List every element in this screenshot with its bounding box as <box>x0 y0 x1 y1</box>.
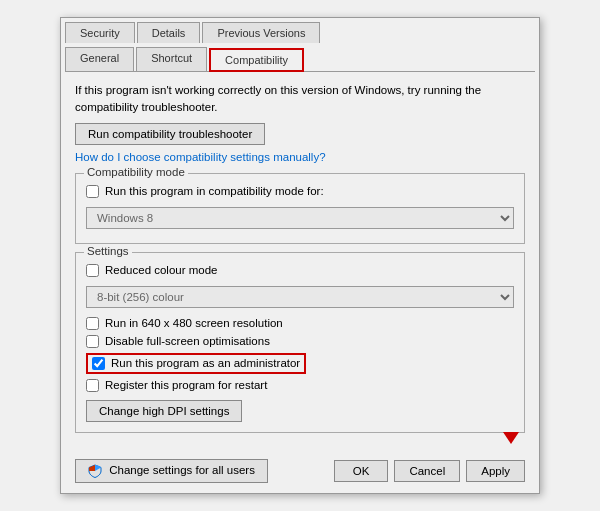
ok-button[interactable]: OK <box>334 460 389 482</box>
dialog-window: Security Details Previous Versions Gener… <box>60 17 540 493</box>
screen-resolution-checkbox[interactable] <box>86 317 99 330</box>
dpi-settings-button[interactable]: Change high DPI settings <box>86 400 242 422</box>
shield-icon <box>88 464 102 478</box>
compatibility-mode-label: Compatibility mode <box>84 166 188 178</box>
reduced-colour-checkbox[interactable] <box>86 264 99 277</box>
screen-resolution-row: Run in 640 x 480 screen resolution <box>86 317 514 330</box>
info-text: If this program isn't working correctly … <box>75 82 525 114</box>
fullscreen-opt-row: Disable full-screen optimisations <box>86 335 514 348</box>
change-settings-label: Change settings for all users <box>109 464 255 476</box>
register-restart-row: Register this program for restart <box>86 379 514 392</box>
settings-group: Settings Reduced colour mode 8-bit (256)… <box>75 252 525 433</box>
tab-previous-versions[interactable]: Previous Versions <box>202 22 320 43</box>
colour-select[interactable]: 8-bit (256) colour <box>86 286 514 308</box>
arrow-head <box>503 432 519 444</box>
admin-row: Run this program as an administrator <box>86 353 514 374</box>
tab-row-top: Security Details Previous Versions <box>65 18 535 43</box>
change-settings-button[interactable]: Change settings for all users <box>75 459 268 483</box>
register-restart-label: Register this program for restart <box>105 379 267 391</box>
settings-label: Settings <box>84 245 132 257</box>
compatibility-mode-group: Compatibility mode Run this program in c… <box>75 173 525 244</box>
admin-checkbox[interactable] <box>92 357 105 370</box>
compatibility-mode-checkbox[interactable] <box>86 185 99 198</box>
compatibility-mode-checkbox-label: Run this program in compatibility mode f… <box>105 185 324 197</box>
reduced-colour-label: Reduced colour mode <box>105 264 218 276</box>
tab-security[interactable]: Security <box>65 22 135 43</box>
main-content: If this program isn't working correctly … <box>61 72 539 450</box>
tab-compatibility[interactable]: Compatibility <box>209 48 304 72</box>
register-restart-checkbox[interactable] <box>86 379 99 392</box>
tab-row-bottom: General Shortcut Compatibility <box>65 43 535 72</box>
compatibility-mode-select[interactable]: Windows 8 <box>86 207 514 229</box>
reduced-colour-row: Reduced colour mode <box>86 264 514 277</box>
screen-resolution-label: Run in 640 x 480 screen resolution <box>105 317 283 329</box>
compatibility-mode-checkbox-row: Run this program in compatibility mode f… <box>86 185 514 198</box>
tab-general[interactable]: General <box>65 47 134 71</box>
cancel-button[interactable]: Cancel <box>394 460 460 482</box>
tabs-container: Security Details Previous Versions Gener… <box>61 18 539 72</box>
tab-shortcut[interactable]: Shortcut <box>136 47 207 71</box>
admin-label: Run this program as an administrator <box>111 357 300 369</box>
bottom-right-buttons: OK Cancel Apply <box>334 460 525 482</box>
manual-settings-link[interactable]: How do I choose compatibility settings m… <box>75 151 525 163</box>
fullscreen-opt-checkbox[interactable] <box>86 335 99 348</box>
bottom-bar: Change settings for all users OK Cancel … <box>61 451 539 493</box>
tab-details[interactable]: Details <box>137 22 201 43</box>
change-settings-container: Change settings for all users <box>75 459 268 483</box>
fullscreen-opt-label: Disable full-screen optimisations <box>105 335 270 347</box>
admin-highlighted-box: Run this program as an administrator <box>86 353 306 374</box>
run-troubleshooter-button[interactable]: Run compatibility troubleshooter <box>75 123 265 145</box>
apply-button[interactable]: Apply <box>466 460 525 482</box>
